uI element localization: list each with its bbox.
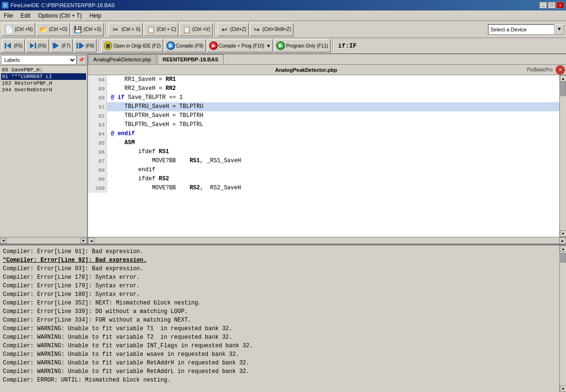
hscroll-right-button[interactable]: ▶ <box>559 237 566 244</box>
menu-edit[interactable]: Edit <box>17 10 34 20</box>
svg-rect-0 <box>5 43 6 49</box>
compile-button[interactable]: ▶ Compile (F9) <box>164 39 206 52</box>
output-vscroll-up[interactable]: ▲ <box>560 245 566 252</box>
svg-rect-7 <box>79 43 80 49</box>
tab-reenter[interactable]: REENTERPBP-18.BAS <box>157 54 224 64</box>
maximize-button[interactable]: □ <box>548 2 556 9</box>
menu-options[interactable]: Options (Ctrl + T) <box>34 10 86 20</box>
close-window-button[interactable]: ✕ <box>556 2 564 9</box>
line-content: ifdef RS1 <box>107 147 559 157</box>
labels-pin-button[interactable]: 📌 <box>77 55 86 65</box>
list-item[interactable]: 91 ***CURRENT LI <box>1 73 86 80</box>
open-orig-label: Open in Origi IDE (F2) <box>113 43 160 49</box>
title-bar: F FineLineIDE C:\PBP\REENTERPBP-18.BAS _… <box>0 0 566 10</box>
line-content: ifdef RS2 <box>107 175 559 184</box>
stepfwd-label: (F6) <box>38 43 46 49</box>
compile-prog-dropdown[interactable]: ▼ <box>266 43 271 49</box>
code-content: 88 RR1_SaveH = RR1 89 RR2_SaveH = RR2 90… <box>88 75 559 237</box>
output-vscroll-thumb[interactable] <box>560 253 566 263</box>
output-line: Compiler: Error[Line 91]: Bad expression… <box>3 247 556 256</box>
code-editor[interactable]: 88 RR1_SaveH = RR1 89 RR2_SaveH = RR2 90… <box>88 75 566 237</box>
code-line: 94 @ endif <box>88 129 559 138</box>
program-only-button[interactable]: ▶ Program Only (F11) <box>274 39 330 52</box>
editor-hscroll[interactable]: ◀ ▶ <box>88 237 566 244</box>
labels-header: Labels 📌 <box>0 54 87 66</box>
open-icon: 📂 <box>39 25 48 34</box>
save-label: (Ctrl +S) <box>84 27 102 32</box>
output-line: Compiler: ERROR: UNTIL: Mismatched block… <box>3 376 556 384</box>
vscroll-track[interactable] <box>560 82 566 230</box>
minimize-button[interactable]: _ <box>539 2 547 9</box>
vscroll-up-button[interactable]: ▲ <box>560 75 566 82</box>
undo-button[interactable]: ↩ (Ctrl+Z) <box>217 23 249 36</box>
menu-file[interactable]: File <box>0 10 17 20</box>
redo-icon: ↪ <box>252 25 262 34</box>
line-content: MOVE?BB RS2, RS2_SaveH <box>107 184 559 193</box>
code-line: 91 TBLPTRU_SaveH = TBLPTRU <box>88 102 559 111</box>
code-line: 90 @ if Save_TBLPTR == 1 <box>88 93 559 102</box>
copy-button[interactable]: 📋 (Ctrl + C) <box>144 23 178 36</box>
redo-button[interactable]: ↪ (Ctrl+Shift+Z) <box>250 23 293 36</box>
file-path: C:\PBP\REENTERPBP-18.BAS <box>41 2 115 8</box>
code-line: 100 MOVE?BB RS2, RS2_SaveH <box>88 184 559 193</box>
editor-title: AnalogPeakDetector.pbp <box>88 67 524 73</box>
code-line: 99 ifdef RS2 <box>88 175 559 184</box>
line-content: @ endif <box>107 129 559 138</box>
line-content: RR2_SaveH = RR2 <box>107 84 559 93</box>
editor-section: Labels 📌 65 SavePBP_H: 91 ***CURRENT LI … <box>0 54 566 245</box>
hscroll-track[interactable] <box>95 237 559 244</box>
labels-list: 65 SavePBP_H: 91 ***CURRENT LI 152 Resto… <box>0 66 87 237</box>
labels-dropdown[interactable]: Labels <box>1 55 77 65</box>
output-line: Compiler: Error[Line 339]: DO without a … <box>3 307 556 316</box>
stepback-label: (F5) <box>14 43 22 49</box>
output-line: Compiler: WARNING: Unable to fit variabl… <box>3 359 556 367</box>
menu-help[interactable]: Help <box>86 10 105 20</box>
list-item[interactable]: 65 SavePBP_H: <box>1 67 86 73</box>
app-icon: F <box>2 2 9 9</box>
line-content: endif <box>107 166 559 175</box>
labels-scroll-right[interactable]: ▶ <box>80 238 87 244</box>
open-label: (Ctrl +O) <box>49 27 68 32</box>
output-vscroll-track[interactable] <box>560 252 566 385</box>
device-input[interactable] <box>488 24 555 35</box>
hscroll-left-button[interactable]: ◀ <box>88 237 95 244</box>
svg-marker-1 <box>7 43 11 49</box>
output-vscroll-down[interactable]: ▼ <box>560 385 566 392</box>
editor-close-button[interactable]: ✕ <box>556 65 565 75</box>
stepback-button[interactable]: (F5) <box>2 39 25 52</box>
device-dropdown-button[interactable]: ▼ <box>555 24 564 35</box>
open-button[interactable]: 📂 (Ctrl +O) <box>36 23 70 36</box>
compile-label: Compile (F9) <box>176 43 204 49</box>
line-num: 91 <box>88 102 107 111</box>
line-num: 97 <box>88 157 107 166</box>
line-content: TBLPTRU_SaveH = TBLPTRU <box>107 102 559 111</box>
nav1-button[interactable]: (F7) <box>50 39 73 52</box>
output-line: Compiler: WARNING: Unable to fit variabl… <box>3 367 556 376</box>
open-orig-ide-button[interactable]: ⬛ Open in Origi IDE (F2) <box>101 39 163 52</box>
toolbar-1: 📄 (Ctrl +N) 📂 (Ctrl +O) 💾 (Ctrl +S) ✂ (C… <box>0 21 566 38</box>
output-content[interactable]: Compiler: Error[Line 91]: Bad expression… <box>0 245 559 392</box>
new-label: (Ctrl +N) <box>15 27 33 32</box>
nav2-button[interactable]: (F8) <box>74 39 97 52</box>
output-vscroll[interactable]: ▲ ▼ <box>559 245 566 392</box>
tab-analog[interactable]: AnalogPeakDetector.pbp <box>88 54 156 64</box>
vscroll-thumb[interactable] <box>560 82 566 96</box>
vscroll-down-button[interactable]: ▼ <box>560 230 566 237</box>
compile-prog-button[interactable]: ▶ Compile + Prog (F10) ▼ <box>207 39 273 52</box>
code-scroll[interactable]: 88 RR1_SaveH = RR1 89 RR2_SaveH = RR2 90… <box>88 75 559 237</box>
list-item[interactable]: 152 RestorePBP_H <box>1 80 86 87</box>
list-item[interactable]: 244 OverReEnterH <box>1 87 86 93</box>
output-line: Compiler: WARNING: Unable to fit variabl… <box>3 324 556 333</box>
cut-button[interactable]: ✂ (Ctrl + X) <box>108 23 143 36</box>
sep2 <box>215 24 215 35</box>
save-button[interactable]: 💾 (Ctrl +S) <box>71 23 104 36</box>
title-bar-buttons: _ □ ✕ <box>539 2 564 9</box>
stepfwd-button[interactable]: (F6) <box>26 39 49 52</box>
editor-vscroll[interactable]: ▲ ▼ <box>559 75 566 237</box>
open-orig-icon: ⬛ <box>104 41 112 50</box>
labels-scroll-left[interactable]: ◀ <box>0 238 7 244</box>
new-button[interactable]: 📄 (Ctrl +N) <box>2 23 35 36</box>
sep4 <box>332 40 333 51</box>
output-line: Compiler: WARNING: Unable to fit variabl… <box>3 333 556 342</box>
paste-button[interactable]: 📋 (Ctrl +V) <box>179 23 213 36</box>
